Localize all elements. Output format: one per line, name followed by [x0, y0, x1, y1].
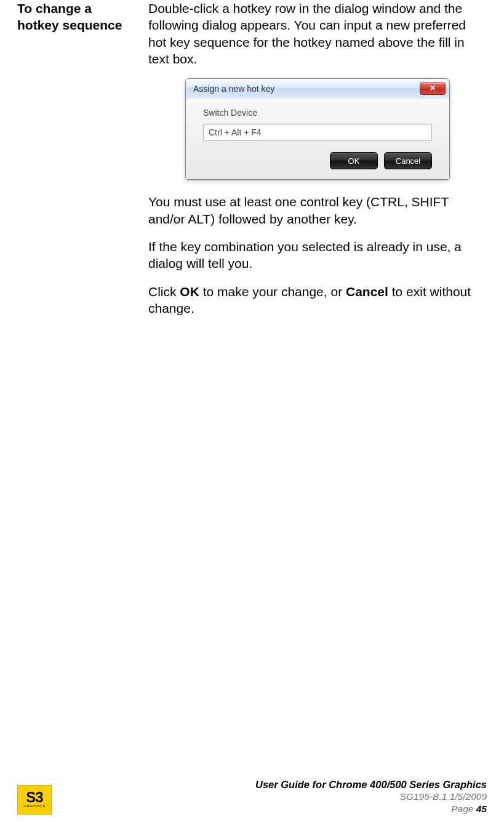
close-icon: ✕: [430, 84, 436, 94]
paragraph-intro: Double-click a hotkey row in the dialog …: [148, 0, 487, 67]
footer-pageline: Page 45: [255, 803, 487, 815]
hotkey-name-label: Switch Device: [203, 107, 432, 118]
ok-button[interactable]: OK: [330, 152, 378, 169]
footer-docline: SG195-B.1 1/5/2009: [255, 791, 487, 802]
cancel-button[interactable]: Cancel: [384, 152, 432, 169]
paragraph-inuse: If the key combination you selected is a…: [148, 238, 487, 272]
text-fragment: to make your change, or: [199, 284, 346, 299]
page-word: Page: [451, 804, 476, 814]
ok-text-bold: OK: [180, 284, 199, 299]
dialog-screenshot: Assign a new hot key ✕ Switch Device OK …: [148, 78, 487, 180]
assign-hotkey-dialog: Assign a new hot key ✕ Switch Device OK …: [185, 78, 450, 180]
dialog-titlebar: Assign a new hot key ✕: [186, 79, 449, 99]
footer-title: User Guide for Chrome 400/500 Series Gra…: [255, 778, 487, 791]
cancel-text-bold: Cancel: [346, 284, 388, 299]
page-footer: S3 GRAPHICS User Guide for Chrome 400/50…: [0, 778, 504, 815]
section-heading: To change a hotkey sequence: [17, 0, 131, 34]
paragraph-confirm: Click OK to make your change, or Cancel …: [148, 283, 487, 317]
s3-logo: S3 GRAPHICS: [17, 785, 52, 815]
dialog-title: Assign a new hot key: [193, 83, 274, 94]
logo-subtext: GRAPHICS: [23, 804, 45, 809]
logo-text: S3: [26, 791, 42, 804]
text-fragment: Click: [148, 284, 180, 299]
close-button[interactable]: ✕: [420, 83, 446, 95]
hotkey-input[interactable]: [203, 124, 432, 141]
dialog-body: Switch Device OK Cancel: [186, 99, 449, 179]
paragraph-control-key: You must use at least one control key (C…: [148, 193, 487, 227]
page-number: 45: [476, 804, 487, 814]
